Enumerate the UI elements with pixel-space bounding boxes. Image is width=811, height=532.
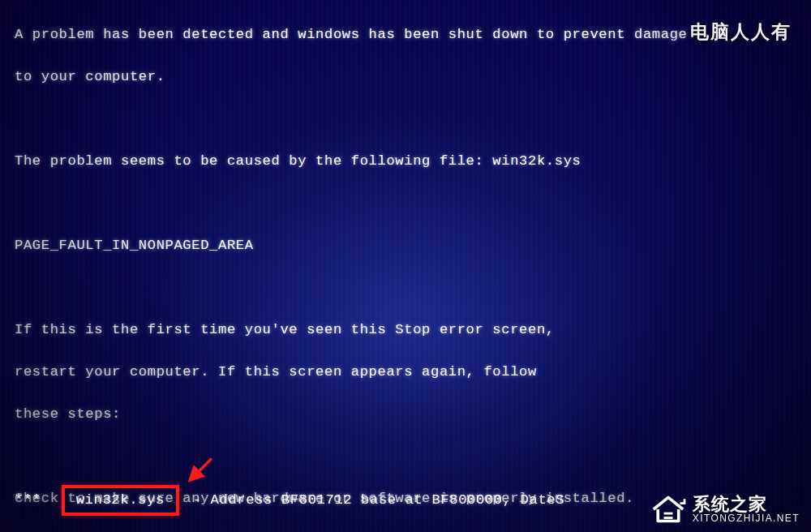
bsod-cause-line: The problem seems to be caused by the fo… bbox=[15, 151, 796, 172]
bsod-error-code: PAGE_FAULT_IN_NONPAGED_AREA bbox=[15, 235, 796, 256]
highlight-box-filename: win32k.sys bbox=[62, 485, 179, 516]
bsod-address-line: *** win32k.sys - Address BF801712 base a… bbox=[15, 485, 564, 516]
bsod-line: to your computer. bbox=[15, 66, 796, 88]
bsod-line: restart your computer. If this screen ap… bbox=[15, 362, 796, 383]
bsod-address-rest: - Address BF801712 base at BF800000, Dat… bbox=[193, 492, 564, 508]
bsod-text-region: A problem has been detected and windows … bbox=[0, 0, 811, 532]
watermark-brand: 系统之家 bbox=[693, 495, 800, 513]
bsod-stars: *** bbox=[15, 492, 41, 508]
watermark-url: XITONGZHIJIA.NET bbox=[693, 513, 800, 524]
house-logo-icon bbox=[650, 493, 686, 526]
watermark-top-right: 电脑人人有 bbox=[690, 19, 792, 45]
bsod-line: A problem has been detected and windows … bbox=[15, 24, 796, 45]
watermark-bottom-right: 系统之家 XITONGZHIJIA.NET bbox=[650, 493, 800, 526]
svg-rect-0 bbox=[663, 513, 672, 515]
svg-rect-1 bbox=[663, 517, 672, 519]
bsod-line: these steps: bbox=[15, 404, 796, 425]
bsod-line: If this is the first time you've seen th… bbox=[15, 320, 796, 341]
